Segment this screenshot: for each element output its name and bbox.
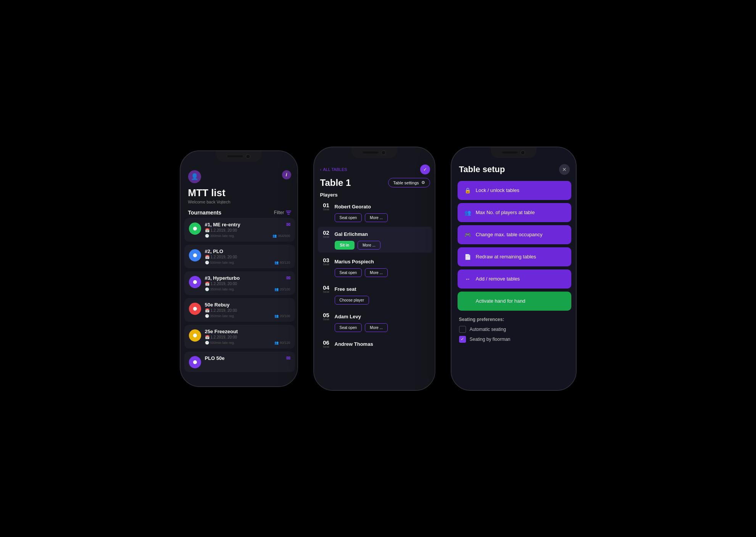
speaker-3 (502, 152, 517, 153)
tournament-meta: 🕐350min late reg. 👥20/100 (205, 287, 290, 291)
player-name: Adam Levy (335, 314, 429, 319)
player-buttons: Seat open More ... (335, 213, 429, 222)
phone3-screen: Table setup ✕ 🔒 Lock / unlock tables 👥 M… (451, 147, 577, 391)
tournament-dot (189, 223, 201, 235)
tournament-info: 25e Freezeout 📅1.2.2019, 20:00 🕐500min l… (205, 329, 290, 345)
seat-number: 04 Seat (321, 285, 332, 293)
setup-buttons: 🔒 Lock / unlock tables 👥 Max No. of play… (451, 181, 577, 311)
late-reg: 🕐500min late reg. (205, 341, 235, 345)
tournament-dot (189, 329, 201, 342)
filter-button[interactable]: Filter (274, 210, 291, 215)
tournament-meta: 🕐300min late reg. 👥354/600 (205, 234, 290, 238)
tournament-dot (189, 249, 201, 261)
tournament-item[interactable]: 25e Freezeout 📅1.2.2019, 20:00 🕐500min l… (184, 325, 295, 348)
mail-icon: ✉ (286, 275, 290, 281)
tournament-item[interactable]: #3, Hyperturbo ✉ 📅1.2.2019, 20:00 🕐350mi… (184, 271, 295, 295)
setup-btn-change-max[interactable]: 🎮 Change max. table occupancy (458, 225, 571, 244)
player-name: Free seat (335, 286, 429, 292)
player-row: 06 Seat Andrew Thomas (318, 337, 432, 354)
tournament-item[interactable]: #2, PLO 📅1.2.2019, 20:00 🕐500min late re… (184, 245, 295, 268)
tournament-meta: 🕐500min late reg. 👥80/120 (205, 261, 290, 264)
setup-btn-redraw[interactable]: 📄 Redraw at remaining tables (458, 247, 571, 266)
tournament-name: 25e Freezeout (205, 329, 290, 334)
btn-icon-redraw: 📄 (464, 253, 472, 261)
camera-1 (246, 154, 250, 159)
phone-table-setup: Table setup ✕ 🔒 Lock / unlock tables 👥 M… (451, 147, 577, 391)
phone2-screen: ‹ ALL TABLES ✓ Table 1 Table settings ⚙ … (314, 147, 435, 391)
players-count: 👥80/120 (274, 341, 290, 345)
p1-subtitle: Welcome back Vojtech (188, 200, 291, 204)
seat-number: 05 Seat (321, 312, 332, 321)
p1-title-area: MTT list Welcome back Vojtech (181, 187, 298, 207)
tournament-info: PLO 50e ✉ (205, 355, 290, 363)
tournament-dot (189, 356, 201, 368)
tournament-name: #1, ME re-entry ✉ (205, 222, 290, 227)
btn-icon-change-max: 🎮 (464, 231, 472, 239)
more-button[interactable]: More ... (365, 213, 388, 222)
camera-3 (521, 150, 525, 155)
p1-avatar-icon[interactable]: 👤 (188, 170, 201, 183)
filter-icon (286, 211, 291, 214)
p1-section-title: Tournaments (188, 210, 222, 216)
check-icon[interactable]: ✓ (420, 164, 430, 174)
tournament-name: PLO 50e ✉ (205, 355, 290, 361)
sit-in-button[interactable]: Sit in (335, 241, 355, 250)
mail-icon: ✉ (286, 355, 290, 361)
phone-notch-3 (491, 147, 537, 158)
seat-open-button[interactable]: Seat open (335, 213, 362, 222)
p1-main-title: MTT list (188, 187, 291, 199)
player-top: 06 Seat Andrew Thomas (321, 340, 429, 348)
checkbox-auto[interactable] (459, 326, 466, 333)
seat-open-button[interactable]: Seat open (335, 323, 362, 332)
late-reg: 🕐350min late reg. (205, 314, 235, 318)
settings-label: Table settings (393, 181, 419, 185)
tournament-item[interactable]: PLO 50e ✉ (184, 352, 295, 372)
btn-label-lock: Lock / unlock tables (476, 187, 519, 193)
setup-btn-max-players[interactable]: 👥 Max No. of players at table (458, 203, 571, 222)
p1-info-icon[interactable]: i (282, 170, 291, 179)
tournament-info: #2, PLO 📅1.2.2019, 20:00 🕐500min late re… (205, 248, 290, 264)
phone1-screen: 👤 i MTT list Welcome back Vojtech Tourna… (181, 151, 298, 387)
camera-2 (381, 150, 386, 155)
p2-table-title: Table 1 (320, 177, 351, 188)
player-row: 04 Seat Free seat Choose player (318, 282, 432, 308)
players-count: 👥354/600 (272, 234, 290, 238)
btn-icon-hand-for-hand (464, 297, 472, 305)
player-top: 04 Seat Free seat (321, 285, 429, 293)
p1-filter-row: Tournaments Filter (181, 207, 298, 218)
tournament-date: 📅1.2.2019, 20:00 (205, 255, 290, 259)
player-row: 05 Seat Adam Levy Seat open More ... (318, 309, 432, 335)
more-button[interactable]: More ... (358, 241, 380, 250)
late-reg: 🕐500min late reg. (205, 261, 235, 264)
checkbox-label-floorman: Seating by floorman (470, 337, 511, 342)
choose-player-button[interactable]: Choose player (335, 296, 369, 305)
setup-btn-hand-for-hand[interactable]: Activate hand for hand (458, 292, 571, 311)
btn-label-add-remove: Add / remove tables (476, 276, 520, 282)
seat-open-button[interactable]: Seat open (335, 268, 362, 277)
tournament-date: 📅1.2.2019, 20:00 (205, 308, 290, 313)
filter-label: Filter (274, 210, 284, 215)
speaker-1 (227, 155, 243, 157)
tournament-item[interactable]: 50e Rebuy 📅1.2.2019, 20:00 🕐350min late … (184, 298, 295, 322)
tournament-name: #3, Hyperturbo ✉ (205, 275, 290, 281)
player-top: 02 Seat Gal Erlichman (321, 230, 429, 239)
checkbox-floorman[interactable]: ✓ (459, 336, 466, 343)
player-top: 01 Seat Robert Georato (321, 202, 429, 211)
player-buttons: Choose player (335, 296, 429, 305)
setup-btn-lock[interactable]: 🔒 Lock / unlock tables (458, 181, 571, 200)
more-button[interactable]: More ... (365, 323, 388, 332)
seat-number: 01 Seat (321, 202, 332, 211)
tournament-item[interactable]: #1, ME re-entry ✉ 📅1.2.2019, 20:00 🕐300m… (184, 218, 295, 242)
close-button[interactable]: ✕ (559, 164, 570, 175)
tournament-info: #1, ME re-entry ✉ 📅1.2.2019, 20:00 🕐300m… (205, 222, 290, 238)
more-button[interactable]: More ... (365, 268, 388, 277)
setup-btn-add-remove[interactable]: ↔ Add / remove tables (458, 269, 571, 289)
btn-icon-add-remove: ↔ (464, 275, 472, 283)
back-button[interactable]: ‹ ALL TABLES (320, 167, 347, 172)
btn-label-change-max: Change max. table occupancy (476, 232, 543, 237)
player-row: 01 Seat Robert Georato Seat open More ..… (318, 199, 432, 225)
player-top: 05 Seat Adam Levy (321, 312, 429, 321)
table-settings-button[interactable]: Table settings ⚙ (388, 178, 430, 187)
player-name: Gal Erlichman (335, 231, 429, 237)
players-count: 👥80/120 (274, 261, 290, 264)
